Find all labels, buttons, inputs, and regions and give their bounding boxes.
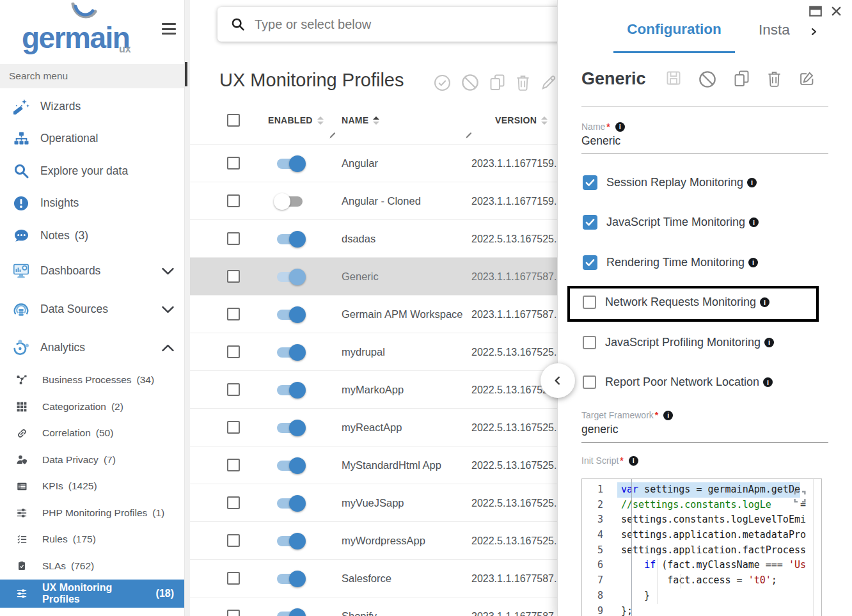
search-input[interactable]: [255, 17, 523, 32]
checkbox-checked[interactable]: [583, 255, 597, 270]
table-row-angular[interactable]: Angular2023.1.1.1677159.: [190, 145, 557, 182]
sidebar-item-rules[interactable]: Rules(175): [0, 526, 184, 553]
table-row-salesforce[interactable]: Salesforce2023.1.1.1677587.: [190, 560, 557, 597]
column-header-name[interactable]: NAME: [342, 115, 379, 125]
row-checkbox[interactable]: [227, 157, 240, 170]
enabled-toggle[interactable]: [277, 423, 303, 433]
info-icon[interactable]: i: [764, 338, 774, 347]
copy-icon[interactable]: [734, 70, 750, 88]
sidebar-item-dashboards[interactable]: Dashboards: [0, 252, 184, 290]
info-icon[interactable]: i: [663, 411, 673, 420]
option-session-replay-monitoring[interactable]: Session Replay Monitoringi: [558, 162, 852, 203]
enabled-toggle[interactable]: [277, 196, 303, 207]
close-icon[interactable]: [831, 6, 842, 17]
sidebar-item-notes[interactable]: Notes(3): [0, 219, 184, 252]
info-icon[interactable]: i: [763, 377, 773, 387]
sort-icon[interactable]: [317, 116, 324, 125]
table-row-myvuejsapp[interactable]: myVueJSapp2022.5.13.167525.: [190, 484, 557, 522]
sidebar-item-explore-your-data[interactable]: Explore your data: [0, 155, 184, 187]
info-icon[interactable]: i: [749, 217, 759, 227]
option-javascript-profiling-monitoring[interactable]: JavaScript Profiling Monitoringi: [558, 322, 852, 363]
sidebar-item-categorization[interactable]: Categorization(2): [0, 393, 184, 420]
sidebar-search-input[interactable]: [0, 64, 184, 88]
checkbox-unchecked[interactable]: [583, 296, 596, 309]
row-checkbox[interactable]: [227, 194, 240, 207]
enabled-toggle[interactable]: [277, 574, 303, 584]
name-field-value[interactable]: Generic: [581, 132, 828, 154]
chevron-down-icon[interactable]: [162, 267, 174, 275]
select-all-checkbox[interactable]: [227, 114, 240, 127]
fullscreen-icon[interactable]: [793, 490, 807, 503]
checkbox-unchecked[interactable]: [583, 336, 596, 349]
chevron-down-icon[interactable]: [162, 306, 174, 313]
save-icon[interactable]: [666, 70, 681, 88]
enabled-toggle[interactable]: [277, 310, 303, 320]
sidebar-item-kpis[interactable]: KPIs(1425): [0, 473, 184, 500]
filter-pencil-icon[interactable]: [329, 132, 336, 139]
row-checkbox[interactable]: [227, 421, 240, 434]
checkbox-checked[interactable]: [583, 175, 597, 190]
row-checkbox[interactable]: [227, 496, 240, 509]
sidebar-item-data-privacy[interactable]: Data Privacy(7): [0, 446, 184, 473]
approve-icon[interactable]: [434, 74, 451, 91]
target-framework-value[interactable]: generic: [581, 420, 828, 443]
sidebar-item-wizards[interactable]: Wizards: [0, 90, 184, 123]
row-checkbox[interactable]: [227, 232, 240, 245]
tab-installation[interactable]: Insta: [759, 22, 807, 38]
copy-icon[interactable]: [489, 74, 505, 91]
row-checkbox[interactable]: [227, 345, 240, 358]
option-network-requests-monitoring[interactable]: Network Requests Monitoringi: [558, 283, 852, 323]
table-row-myreactapp[interactable]: myReactApp2022.5.13.167525.: [190, 409, 557, 446]
edit-sq-icon[interactable]: [799, 70, 815, 88]
enabled-toggle[interactable]: [277, 234, 303, 244]
sidebar-item-operational[interactable]: Operational: [0, 123, 184, 155]
row-checkbox[interactable]: [227, 270, 240, 283]
sort-icon[interactable]: [541, 116, 548, 125]
column-header-enabled[interactable]: ENABLED: [268, 115, 324, 125]
enabled-toggle[interactable]: [277, 347, 303, 358]
checkbox-checked[interactable]: [583, 215, 597, 230]
table-row-mywordpressapp[interactable]: myWordpressApp2022.5.13.167525.: [190, 522, 557, 560]
sidebar-scrollbar-thumb[interactable]: [185, 62, 187, 86]
init-script-editor[interactable]: 1var settings = germainApm.getDe2//setti…: [581, 478, 822, 616]
sidebar-item-analytics[interactable]: Analytics: [0, 329, 184, 367]
delete-icon[interactable]: [767, 70, 782, 88]
disable-icon[interactable]: [461, 74, 479, 91]
row-checkbox[interactable]: [227, 308, 240, 320]
profiles-search[interactable]: [217, 7, 557, 42]
enabled-toggle[interactable]: [277, 498, 303, 509]
chevron-up-icon[interactable]: [162, 344, 174, 352]
table-row-shopify[interactable]: Shopify2023.1.1.1677587.: [190, 597, 557, 616]
maximize-icon[interactable]: [809, 6, 822, 17]
table-row-generic[interactable]: Generic2023.1.1.1677587.: [190, 258, 557, 296]
enabled-toggle[interactable]: [277, 536, 303, 546]
enabled-toggle[interactable]: [277, 159, 303, 169]
row-checkbox[interactable]: [227, 383, 240, 396]
sidebar-item-partial[interactable]: [0, 608, 184, 616]
table-row-germain-apm-workspace[interactable]: Germain APM Workspace2023.1.1.1677587.: [190, 296, 557, 333]
enabled-toggle[interactable]: [277, 461, 303, 471]
option-javascript-time-monitoring[interactable]: JavaScript Time Monitoringi: [558, 203, 852, 243]
row-checkbox[interactable]: [227, 459, 240, 471]
sidebar-item-ux-monitoring-profiles[interactable]: UX Monitoring Profiles(18): [0, 580, 184, 608]
table-row-mystandardhtml-app[interactable]: MyStandardHtml App2022.5.13.167525.: [190, 446, 557, 484]
info-icon[interactable]: i: [615, 122, 625, 132]
table-row-dsadas[interactable]: dsadas2022.5.13.167525.: [190, 220, 557, 258]
table-row-mydrupal[interactable]: mydrupal2022.5.13.167525.: [190, 333, 557, 371]
info-icon[interactable]: i: [747, 178, 757, 187]
filter-pencil-icon[interactable]: [465, 132, 473, 139]
option-rendering-time-monitoring[interactable]: Rendering Time Monitoringi: [558, 242, 852, 283]
sidebar-item-correlation[interactable]: Correlation(50): [0, 420, 184, 447]
app-logo[interactable]: germain: [22, 22, 129, 54]
row-checkbox[interactable]: [227, 610, 240, 616]
enabled-toggle[interactable]: [277, 612, 303, 616]
table-row-angular-cloned[interactable]: Angular - Cloned2023.1.1.1677159.: [190, 182, 557, 220]
column-header-version[interactable]: VERSION: [495, 115, 548, 125]
collapse-panel-button[interactable]: [540, 363, 575, 398]
sidebar-item-business-processes[interactable]: Business Processes(34): [0, 367, 184, 394]
enabled-toggle[interactable]: [277, 385, 303, 395]
sidebar-item-data-sources[interactable]: Data Sources: [0, 290, 184, 329]
sidebar-item-insights[interactable]: Insights: [0, 187, 184, 220]
chevron-right-icon[interactable]: [809, 26, 819, 38]
option-report-poor-network-location[interactable]: Report Poor Network Locationi: [558, 363, 852, 403]
